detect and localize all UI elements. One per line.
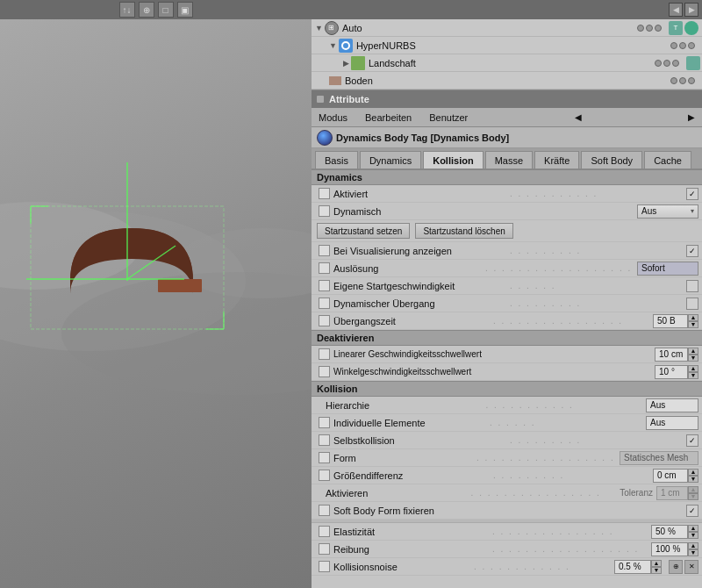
menu-benutzer[interactable]: Benutzer: [426, 111, 471, 125]
stepper-input-lingeschw[interactable]: 10 cm: [655, 348, 688, 362]
dot3: [688, 42, 695, 49]
stepper-up-reibung[interactable]: ▲: [688, 542, 698, 549]
check-selbstkollision[interactable]: [319, 434, 330, 446]
stepper-down-reibung[interactable]: ▼: [688, 549, 698, 556]
check-visualisierung[interactable]: [319, 245, 330, 256]
dot1: [670, 77, 677, 84]
row-startgeschw: Eigene Startgeschwindigkeit . . . . . .: [312, 277, 702, 295]
check-ubergangszeit[interactable]: [319, 315, 330, 326]
tree-item-hypernurbs[interactable]: ▼ HyperNURBS: [312, 37, 702, 54]
stepper-up-noise[interactable]: ▲: [651, 560, 662, 567]
stepper-up-gross[interactable]: ▲: [688, 469, 698, 476]
stepper-input-ubergangszeit[interactable]: 50 B: [653, 314, 688, 328]
check-winkelgeschw[interactable]: [319, 366, 330, 377]
tol-down[interactable]: ▼: [688, 493, 698, 500]
tree-item-boden[interactable]: Boden: [312, 72, 702, 90]
row-aktivieren: Aktivieren . . . . . . . . . . . . . . .…: [312, 484, 702, 502]
dots-form: . . . . . . . . . . . . . . . . . .: [476, 453, 620, 463]
properties-content[interactable]: Dynamics Aktiviert . . . . . . . . . . .…: [312, 169, 702, 588]
row-dynamisch: Dynamisch Aus ▾: [312, 203, 702, 220]
check-elastizitat[interactable]: [319, 526, 330, 537]
value-individuelle: Aus: [646, 416, 698, 430]
stepper-up[interactable]: ▲: [688, 314, 698, 321]
stepper-input-winkelgeschw[interactable]: 10 °: [655, 365, 688, 379]
stepper-up-lin[interactable]: ▲: [688, 348, 698, 355]
dots-kollisionsnoise: . . . . . . . . . . . .: [474, 562, 614, 571]
panel-icon-2[interactable]: ▶: [684, 3, 698, 17]
check-aktiviert[interactable]: [319, 188, 330, 199]
menu-bearbeiten[interactable]: Bearbeiten: [362, 111, 415, 125]
check-softbody[interactable]: [319, 505, 330, 516]
tree-item-auto[interactable]: ▼ ⊞ Auto T: [312, 19, 702, 37]
tag-line: Dynamics Body Tag [Dynamics Body]: [312, 127, 702, 148]
menu-arrow2[interactable]: ▶: [684, 111, 698, 125]
check-startgeschw[interactable]: [319, 280, 330, 291]
check-individuelle[interactable]: [319, 417, 330, 428]
stepper-input-reibung[interactable]: 100 %: [651, 542, 688, 556]
row-kollisionsnoise: Kollisionsnoise . . . . . . . . . . . . …: [312, 558, 702, 576]
check-grossendiff[interactable]: [319, 470, 330, 481]
check-kollisionsnoise[interactable]: [319, 561, 330, 572]
stepper-grossendiff: 0 cm ▲ ▼: [653, 469, 698, 483]
extra-icon-2[interactable]: ✕: [684, 560, 698, 574]
stepper-down-lin[interactable]: ▼: [688, 355, 698, 362]
stepper-down-winkel[interactable]: ▼: [688, 372, 698, 379]
checkbox-startgeschw[interactable]: [686, 280, 698, 292]
tree-item-landschaft[interactable]: ▶ Landschaft: [312, 54, 702, 72]
tol-up[interactable]: ▲: [688, 486, 698, 493]
check-auslosung[interactable]: [319, 262, 330, 274]
dot2: [663, 60, 670, 67]
checkbox-dynamischer[interactable]: [686, 298, 698, 310]
check-dynamisch[interactable]: [319, 205, 330, 217]
panel-icon-1[interactable]: ◀: [669, 3, 683, 17]
dot3: [672, 60, 679, 67]
btn-label-setzen: Startzustand setzen: [325, 226, 402, 236]
stepper-up-elast[interactable]: ▲: [688, 525, 698, 532]
check-form[interactable]: [319, 452, 330, 463]
dot2: [679, 77, 686, 84]
checkbox-softbody[interactable]: ✓: [686, 505, 698, 517]
stepper-reibung: 100 % ▲ ▼: [651, 542, 698, 556]
checkbox-aktiviert[interactable]: ✓: [686, 188, 698, 200]
boden-icon: [329, 76, 341, 85]
check-dynamischer[interactable]: [319, 298, 330, 309]
tab-kollision[interactable]: Kollision: [423, 151, 483, 169]
tab-dynamics[interactable]: Dynamics: [360, 151, 421, 169]
stepper-down[interactable]: ▼: [688, 321, 698, 328]
viewport[interactable]: ↑↓ ⊕ □ ▣: [0, 0, 312, 588]
row-selbstkollision: Selbstkollision . . . . . . . . . ✓: [312, 432, 702, 449]
dropdown-dynamisch[interactable]: Aus ▾: [637, 204, 698, 219]
stepper-input-elastizitat[interactable]: 50 %: [651, 525, 688, 539]
section-kollision: Kollision: [312, 381, 702, 397]
tag-label: Dynamics Body Tag [Dynamics Body]: [336, 133, 509, 143]
tab-cache[interactable]: Cache: [644, 151, 691, 169]
tab-krafte[interactable]: Kräfte: [534, 151, 579, 169]
btn-startzustand-loschen[interactable]: Startzustand löschen: [415, 223, 512, 239]
tab-basis[interactable]: Basis: [315, 151, 358, 169]
menu-modus[interactable]: Modus: [315, 111, 351, 125]
section-kollision-label: Kollision: [317, 384, 357, 394]
stepper-input-grossendiff[interactable]: 0 cm: [653, 469, 688, 483]
dot3: [655, 25, 662, 32]
tab-masse[interactable]: Masse: [485, 151, 533, 169]
stepper-input-kollisionsnoise[interactable]: 0.5 %: [614, 560, 651, 574]
checkbox-selbstkollision[interactable]: ✓: [686, 434, 698, 447]
tabs-bar: Basis Dynamics Kollision Masse Kräfte So…: [312, 148, 702, 169]
extra-icon-1[interactable]: ⊕: [669, 560, 683, 574]
checkbox-visualisierung[interactable]: ✓: [686, 245, 698, 257]
stepper-down-noise[interactable]: ▼: [651, 567, 662, 574]
menu-arrow[interactable]: ◀: [571, 111, 585, 125]
stepper-down-elast[interactable]: ▼: [688, 532, 698, 539]
landschaft-icon: [351, 56, 365, 70]
tab-softbody[interactable]: Soft Body: [581, 151, 642, 169]
row-hierarchie: Hierarchie . . . . . . . . . . . Aus: [312, 397, 702, 414]
dots-aktivieren: . . . . . . . . . . . . . . . .: [471, 488, 617, 498]
btn-startzustand-setzen[interactable]: Startzustand setzen: [317, 223, 410, 239]
tree-label-landschaft: Landschaft: [369, 58, 416, 68]
stepper-up-winkel[interactable]: ▲: [688, 365, 698, 372]
section-deaktivieren-label: Deaktivieren: [317, 333, 374, 343]
check-lingeschw[interactable]: [319, 348, 330, 360]
check-reibung[interactable]: [319, 543, 330, 555]
attribute-header: Attribute: [312, 90, 702, 108]
stepper-down-gross[interactable]: ▼: [688, 476, 698, 483]
